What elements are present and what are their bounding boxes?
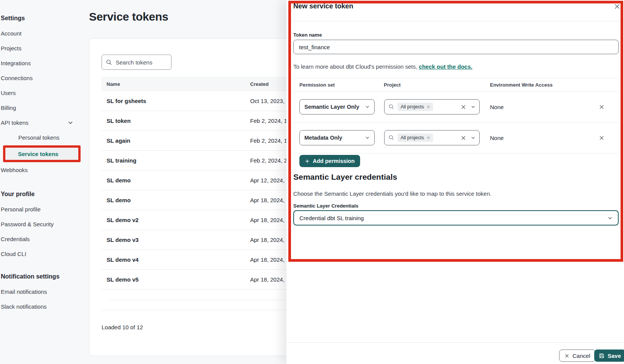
docs-text: To learn more about dbt Cloud's permissi… [293, 63, 419, 70]
sidebar-item-cloud-cli[interactable]: Cloud CLI [0, 246, 83, 261]
cancel-label: Cancel [572, 353, 590, 359]
page-title: Service tokens [89, 10, 168, 23]
permission-docs-text: To learn more about dbt Cloud's permissi… [293, 63, 472, 70]
sidebar-item-credentials[interactable]: Credentials [0, 232, 83, 246]
sidebar-item-account[interactable]: Account [0, 26, 83, 41]
add-permission-label: Add permission [313, 158, 355, 164]
chip-remove-icon[interactable]: ✕ [427, 105, 430, 110]
token-name-input[interactable] [293, 40, 619, 54]
drawer-title: New service token [293, 2, 353, 10]
token-created: Feb 2, 2024, 1 [250, 118, 287, 124]
new-service-token-drawer: New service token Token name To learn mo… [286, 0, 624, 364]
save-label: Save [608, 353, 621, 359]
column-header-name: Name [101, 81, 250, 87]
permission-row: Metadata Only All projects ✕ [293, 122, 619, 153]
chevron-down-icon [365, 135, 370, 140]
sidebar-item-service-tokens[interactable]: Service tokens [5, 148, 78, 160]
close-icon [564, 353, 569, 358]
env-write-access-value: None [490, 135, 504, 141]
sidebar-item-api-tokens[interactable]: API tokens [0, 115, 83, 130]
chevron-down-icon[interactable] [471, 105, 475, 109]
plus-icon [305, 159, 310, 164]
drawer-footer-divider [286, 342, 624, 343]
chevron-down-icon [608, 216, 613, 221]
token-name: SL training [101, 157, 250, 164]
sidebar-item-projects[interactable]: Projects [0, 41, 83, 56]
permissions-header-row: Permission set Project Environment Write… [293, 78, 619, 92]
token-created: Feb 2, 2024, 2 [250, 157, 287, 164]
token-name: SL for gsheets [101, 98, 250, 104]
project-multiselect[interactable]: All projects ✕ [384, 99, 480, 114]
permission-set-dropdown[interactable]: Metadata Only [299, 130, 375, 145]
save-button[interactable]: Save [594, 350, 624, 362]
clear-selection-icon[interactable] [461, 135, 466, 141]
permission-set-dropdown[interactable]: Semantic Layer Only [299, 99, 375, 114]
add-permission-button[interactable]: Add permission [299, 155, 360, 167]
permission-row: Semantic Layer Only All projects ✕ [293, 92, 619, 122]
sidebar-item-billing[interactable]: Billing [0, 100, 83, 115]
drawer-header-divider [286, 21, 624, 21]
token-name: SL demo v4 [101, 256, 250, 263]
remove-permission-icon[interactable] [599, 104, 605, 110]
token-name: SL token [101, 118, 250, 124]
column-header-project: Project [384, 82, 401, 88]
search-tokens-field[interactable] [102, 55, 171, 70]
token-created: Apr 12, 2024, [250, 177, 285, 184]
annotation-box-service-tokens: Service tokens [3, 145, 81, 162]
token-name-label: Token name [293, 32, 322, 38]
chevron-down-icon[interactable] [471, 135, 475, 140]
docs-link[interactable]: check out the docs. [419, 63, 472, 70]
remove-permission-icon[interactable] [599, 135, 605, 141]
token-created: Apr 18, 2024, [250, 237, 285, 243]
sidebar-item-personal-profile[interactable]: Personal profile [0, 202, 83, 217]
semantic-layer-credentials-label: Semantic Layer Credentials [293, 203, 359, 209]
sidebar-item-webhooks[interactable]: Webhooks [0, 163, 83, 177]
sidebar-section-settings: Settings [0, 11, 83, 26]
chip-remove-icon[interactable]: ✕ [427, 135, 430, 140]
token-name: SL demo v2 [101, 217, 250, 223]
chip-label: All projects [401, 135, 424, 140]
project-multiselect[interactable]: All projects ✕ [384, 130, 480, 145]
token-name: SL demo [101, 197, 250, 203]
sidebar-item-label: API tokens [1, 119, 29, 126]
semantic-layer-credentials-description: Choose the Semantic Layer credentials yo… [293, 190, 491, 197]
token-name: SL demo v3 [101, 237, 250, 243]
env-write-access-value: None [490, 104, 504, 110]
sidebar-item-slack-notifications[interactable]: Slack notifications [0, 299, 83, 314]
column-header-created: Created [250, 81, 268, 87]
token-created: Apr 18, 2024, [250, 217, 285, 223]
sidebar-item-email-notifications[interactable]: Email notifications [0, 284, 83, 299]
token-created: Feb 2, 2024, 1 [250, 137, 287, 144]
clear-selection-icon[interactable] [461, 104, 466, 110]
token-created: Apr 18, 2024, [250, 276, 285, 283]
semantic-layer-credentials-select[interactable]: Credential dbt SL training [293, 210, 619, 225]
sidebar-item-connections[interactable]: Connections [0, 71, 83, 85]
search-icon [106, 59, 112, 66]
semantic-layer-credentials-heading: Semantic Layer credentials [293, 172, 397, 182]
token-created: Apr 18, 2024, [250, 256, 285, 263]
project-chip[interactable]: All projects ✕ [398, 134, 433, 142]
credentials-selected-value: Credential dbt SL training [299, 215, 364, 221]
search-input[interactable] [116, 59, 165, 66]
search-icon [388, 135, 394, 141]
token-name: SL again [101, 137, 250, 144]
loaded-count: Loaded 10 of 12 [102, 324, 143, 330]
permissions-table: Permission set Project Environment Write… [293, 78, 619, 153]
permission-set-value: Metadata Only [304, 135, 342, 141]
project-chip[interactable]: All projects ✕ [398, 103, 433, 111]
sidebar-section-notification-settings: Notification settings [0, 269, 83, 284]
column-header-permission-set: Permission set [299, 82, 335, 88]
sidebar-section-your-profile: Your profile [0, 187, 83, 202]
save-icon [599, 353, 605, 359]
close-icon[interactable] [614, 3, 621, 10]
permission-set-value: Semantic Layer Only [304, 104, 359, 110]
cancel-button[interactable]: Cancel [559, 350, 596, 362]
search-icon [388, 104, 394, 110]
sidebar-item-password-security[interactable]: Password & Security [0, 217, 83, 232]
sidebar-item-users[interactable]: Users [0, 85, 83, 100]
chip-label: All projects [401, 104, 424, 110]
sidebar-item-integrations[interactable]: Integrations [0, 56, 83, 71]
chevron-down-icon [68, 120, 73, 126]
sidebar-item-personal-tokens[interactable]: Personal tokens [0, 130, 83, 145]
column-header-env-write: Environment Write Access [490, 82, 553, 88]
